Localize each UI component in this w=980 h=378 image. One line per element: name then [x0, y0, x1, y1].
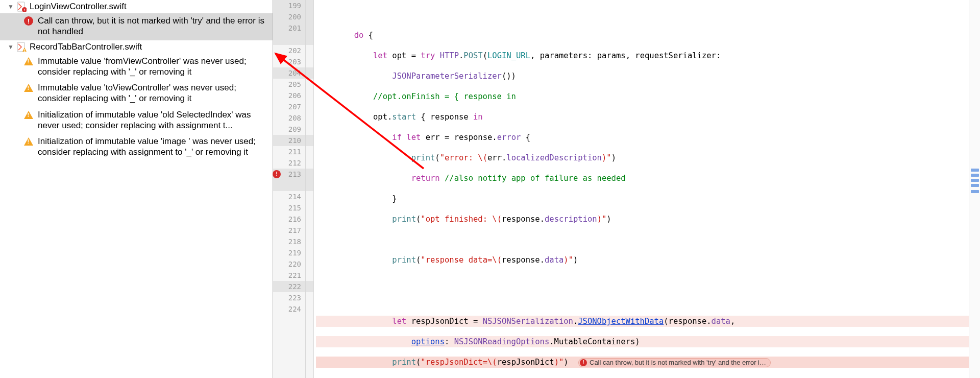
line-gutter[interactable]: 1992002012022032042052062072082092102112…: [273, 0, 306, 378]
fold-gutter[interactable]: [306, 0, 314, 378]
fn-print: print: [392, 255, 416, 265]
error-icon: [23, 16, 34, 26]
code-area[interactable]: do { let opt = try HTTP.POST(LOGIN_URL, …: [314, 0, 969, 378]
gutter-line[interactable]: 221: [273, 270, 305, 281]
kw-let: let: [406, 133, 421, 142]
gutter-line[interactable]: 207: [273, 101, 305, 112]
gutter-line[interactable]: 211: [273, 146, 305, 157]
kw-try: try: [421, 51, 435, 60]
gutter-line[interactable]: 214: [273, 191, 305, 202]
fn-post: POST: [463, 51, 482, 60]
swift-file-error-icon: !: [16, 2, 27, 12]
issue-row[interactable]: Call can throw, but it is not marked wit…: [0, 13, 273, 40]
gutter-line[interactable]: 218: [273, 236, 305, 247]
gutter-line[interactable]: 200: [273, 11, 305, 22]
disclosure-icon[interactable]: ▼: [7, 3, 14, 10]
file-header-record[interactable]: ▼ ! RecordTabBarController.swift: [0, 40, 273, 54]
comment: //also notify app of failure as needed: [445, 174, 626, 183]
fn-jsonobj[interactable]: JSONObjectWithData: [578, 317, 664, 326]
gutter-line[interactable]: 209: [273, 124, 305, 135]
issue-text: Call can throw, but it is not marked wit…: [38, 15, 267, 37]
issue-text: Initialization of immutable value 'image…: [38, 136, 267, 158]
error-icon: [580, 359, 587, 366]
fn-print: print: [411, 153, 435, 162]
issue-row[interactable]: Initialization of immutable value 'image…: [0, 134, 273, 161]
warning-icon: [23, 136, 34, 147]
fn-start: start: [392, 112, 416, 122]
scroll-minimap[interactable]: [969, 0, 980, 378]
minimap-mark[interactable]: [971, 190, 979, 193]
kw-do: do: [354, 31, 364, 40]
swift-file-warning-icon: !: [16, 42, 27, 52]
kw-in: in: [473, 112, 483, 122]
issue-row[interactable]: Immutable value 'fromViewController' was…: [0, 54, 273, 81]
svg-text:!: !: [24, 48, 25, 52]
gutter-line[interactable]: 219: [273, 247, 305, 258]
type-nsjson: NSJSONSerialization: [483, 317, 573, 326]
prop-locdesc: localizedDescription: [506, 153, 602, 162]
issue-row[interactable]: Initialization of immutable value 'old S…: [0, 107, 273, 134]
inline-error-text: Call can throw, but it is not marked wit…: [590, 357, 766, 368]
gutter-line[interactable]: 210: [273, 135, 305, 146]
issue-text: Immutable value 'fromViewController' was…: [38, 56, 267, 78]
type-serializer: JSONParameterSerializer: [392, 72, 502, 81]
fn-print: print: [392, 358, 416, 367]
file-name: LoginViewController.swift: [30, 2, 127, 12]
gutter-line[interactable]: 213: [273, 169, 305, 180]
gutter-line[interactable]: 222: [273, 281, 305, 292]
svg-text:!: !: [24, 8, 26, 12]
type-readopts: NSJSONReadingOptions: [454, 337, 550, 346]
kw-return: return: [411, 174, 440, 183]
code-editor[interactable]: 1992002012022032042052062072082092102112…: [273, 0, 980, 378]
minimap-mark[interactable]: [971, 179, 979, 182]
gutter-line[interactable]: 224: [273, 303, 305, 315]
prop-data: data: [545, 255, 564, 265]
fn-print: print: [392, 215, 416, 224]
minimap-mark[interactable]: [971, 174, 979, 177]
gutter-line[interactable]: 208: [273, 112, 305, 124]
gutter-line[interactable]: 205: [273, 79, 305, 90]
warning-icon: [23, 56, 34, 66]
ident-login-url: LOGIN_URL: [487, 51, 530, 60]
gutter-line[interactable]: 202: [273, 45, 305, 56]
issue-text: Initialization of immutable value 'old S…: [38, 109, 267, 131]
gutter-line[interactable]: 206: [273, 90, 305, 101]
gutter-line[interactable]: 212: [273, 157, 305, 169]
gutter-line[interactable]: 201: [273, 22, 305, 34]
kw-let: let: [392, 317, 406, 326]
warning-icon: [23, 110, 34, 120]
gutter-line[interactable]: 216: [273, 214, 305, 225]
inline-error-badge[interactable]: Call can throw, but it is not marked wit…: [578, 358, 771, 367]
prop-desc: description: [545, 215, 597, 224]
minimap-mark[interactable]: [971, 169, 979, 172]
warning-icon: [23, 83, 34, 93]
minimap-mark[interactable]: [971, 184, 979, 187]
kw-if: if: [392, 133, 402, 142]
gutter-line[interactable]: 199: [273, 0, 305, 11]
gutter-line[interactable]: 215: [273, 202, 305, 214]
file-group: ▼ ! LoginViewController.swift Call can t…: [0, 0, 273, 40]
gutter-line[interactable]: 220: [273, 258, 305, 270]
disclosure-icon[interactable]: ▼: [7, 43, 14, 51]
file-header-login[interactable]: ▼ ! LoginViewController.swift: [0, 0, 273, 13]
gutter-line[interactable]: 203: [273, 56, 305, 67]
file-group: ▼ ! RecordTabBarController.swift Immutab…: [0, 40, 273, 161]
type-http: HTTP: [440, 51, 459, 60]
kw-let: let: [373, 51, 387, 60]
issue-text: Immutable value 'toViewController' was n…: [38, 82, 267, 104]
gutter-error-badge[interactable]: [273, 170, 281, 178]
file-name: RecordTabBarController.swift: [30, 42, 142, 52]
prop-data: data: [712, 317, 730, 326]
gutter-line[interactable]: 223: [273, 292, 305, 303]
comment: //opt.onFinish = { response in: [373, 92, 516, 101]
gutter-line[interactable]: 204: [273, 67, 305, 79]
issues-sidebar: ▼ ! LoginViewController.swift Call can t…: [0, 0, 273, 378]
param-options[interactable]: options: [411, 337, 445, 346]
gutter-line[interactable]: 217: [273, 225, 305, 236]
issue-row[interactable]: Immutable value 'toViewController' was n…: [0, 80, 273, 107]
